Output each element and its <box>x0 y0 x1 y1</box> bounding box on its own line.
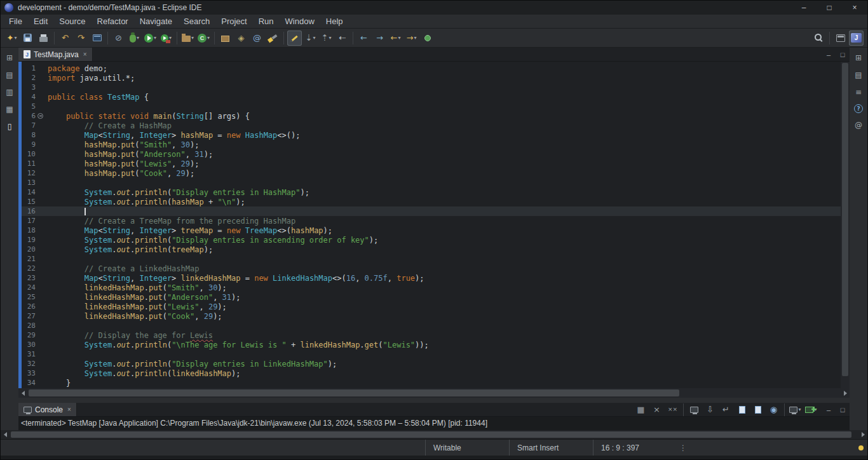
code-line-18[interactable]: 18 Map<String, Integer> treeMap = new Tr… <box>22 226 850 235</box>
javadoc-button[interactable]: @ <box>250 30 264 46</box>
code-line-11[interactable]: 11 hashMap.put("Lewis", 29); <box>22 159 850 168</box>
scroll-left-icon[interactable] <box>1 430 10 439</box>
task-list-view-button[interactable]: ▤ <box>853 70 864 80</box>
remove-launch-button[interactable]: × <box>649 402 664 417</box>
menu-edit[interactable]: Edit <box>28 15 53 27</box>
titlebar[interactable]: development - demo/demo/TestMap.java - E… <box>1 1 867 15</box>
code-line-25[interactable]: 25 linkedHashMap.put("Anderson", 31); <box>22 292 850 302</box>
clear-console-button[interactable] <box>687 402 702 417</box>
outline-view-button[interactable]: ≡ <box>853 87 864 97</box>
open-perspective-button[interactable] <box>833 30 848 46</box>
code-line-14[interactable]: 14 System.out.println("Display entries i… <box>22 187 850 197</box>
bottom-scroll-thumb[interactable] <box>11 431 851 438</box>
new-java-project-button[interactable]: ▾ <box>180 30 195 46</box>
menu-help[interactable]: Help <box>320 15 349 27</box>
status-overflow-handle[interactable]: ⋮ <box>677 443 689 452</box>
back-button[interactable]: ←▾ <box>388 30 403 46</box>
code-line-1[interactable]: 1package demo; <box>22 64 850 73</box>
forward-button[interactable]: →▾ <box>404 30 419 46</box>
code-line-10[interactable]: 10 hashMap.put("Anderson", 31); <box>22 149 850 159</box>
previous-edit-location-button[interactable]: ← <box>356 30 371 46</box>
code-line-15[interactable]: 15 System.out.println(hashMap + "\n"); <box>22 197 850 206</box>
fold-collapse-icon[interactable] <box>37 113 43 119</box>
code-line-34[interactable]: 34 } <box>22 378 850 388</box>
next-edit-location-button[interactable]: → <box>372 30 387 46</box>
scroll-left-icon[interactable] <box>18 388 27 398</box>
save-button[interactable] <box>20 30 35 46</box>
print-button[interactable] <box>36 30 51 46</box>
code-line-29[interactable]: 29 // Display the age for Lewis <box>22 330 850 340</box>
undo-button[interactable]: ↶ <box>58 30 72 46</box>
code-line-23[interactable]: 23 Map<String, Integer> linkedHashMap = … <box>22 273 850 283</box>
menu-file[interactable]: File <box>3 15 28 27</box>
run-button[interactable]: ▾ <box>143 30 158 46</box>
remove-all-launches-button[interactable]: ×× <box>665 402 680 417</box>
code-line-5[interactable]: 5 <box>22 102 850 111</box>
pin-console-button[interactable]: ◉ <box>766 402 781 417</box>
console-output[interactable]: <terminated> TestMap [Java Application] … <box>18 417 850 430</box>
navigator-view-button[interactable]: ▦ <box>4 104 15 114</box>
code-line-3[interactable]: 3 <box>22 83 850 92</box>
open-console-button[interactable]: ▾ <box>804 402 818 417</box>
code-line-2[interactable]: 2import java.util.*; <box>22 73 850 83</box>
display-console-button[interactable]: ▾ <box>788 402 803 417</box>
code-line-20[interactable]: 20 System.out.println(treeMap); <box>22 245 850 254</box>
restore-views-button[interactable]: ⊞ <box>4 53 15 63</box>
code-line-22[interactable]: 22 // Create a LinkedHashMap <box>22 264 850 273</box>
editor-horizontal-scrollbar[interactable] <box>18 388 850 398</box>
code-line-17[interactable]: 17 // Create a TreeMap from the precedin… <box>22 216 850 226</box>
previous-annotation-button[interactable]: ⇡▾ <box>319 30 334 46</box>
help-view-button[interactable]: ? <box>854 104 863 113</box>
code-line-4[interactable]: 4public class TestMap { <box>22 92 850 102</box>
bottom-scroll-track[interactable] <box>10 430 858 439</box>
menu-search[interactable]: Search <box>178 15 215 27</box>
package-explorer-view-button[interactable]: ▤ <box>4 70 15 80</box>
menu-navigate[interactable]: Navigate <box>134 15 178 27</box>
menu-window[interactable]: Window <box>280 15 320 27</box>
minimize-editor-button[interactable]: – <box>822 48 836 61</box>
scroll-right-icon[interactable] <box>858 430 867 439</box>
code-line-26[interactable]: 26 linkedHashMap.put("Lewis", 29); <box>22 302 850 311</box>
horizontal-scroll-track[interactable] <box>27 388 841 398</box>
maximize-window-button[interactable]: □ <box>817 1 842 15</box>
new-package-button[interactable] <box>218 30 233 46</box>
java-perspective-button[interactable]: J <box>849 30 864 46</box>
show-stdout-button[interactable] <box>735 402 749 417</box>
code-line-9[interactable]: 9 hashMap.put("Smith", 30); <box>22 140 850 149</box>
tab-testmap-java[interactable]: J TestMap.java × <box>18 48 93 61</box>
maximize-console-button[interactable]: □ <box>836 403 850 416</box>
minimize-window-button[interactable]: – <box>791 1 817 15</box>
vertical-scroll-thumb[interactable] <box>842 63 848 376</box>
scroll-right-icon[interactable] <box>841 388 850 398</box>
show-stderr-button[interactable] <box>750 402 765 417</box>
code-line-28[interactable]: 28 <box>22 321 850 330</box>
project-explorer-view-button[interactable]: ▥ <box>4 87 15 97</box>
word-wrap-button[interactable]: ↵ <box>719 402 733 417</box>
open-terminal-button[interactable] <box>90 30 104 46</box>
code-line-33[interactable]: 33 System.out.println(linkedHashMap); <box>22 369 850 378</box>
new-wizard-button[interactable]: ✦▾ <box>4 30 19 46</box>
code-line-19[interactable]: 19 System.out.println("Display entries i… <box>22 235 850 245</box>
open-editor-icon[interactable]: ▯ <box>4 121 15 132</box>
code-editor[interactable]: 1package demo;2import java.util.*;34publ… <box>18 62 850 388</box>
close-window-button[interactable]: × <box>842 1 867 15</box>
search-button[interactable] <box>266 30 280 46</box>
menu-run[interactable]: Run <box>253 15 280 27</box>
next-annotation-button[interactable]: ⇣▾ <box>303 30 318 46</box>
external-tools-button[interactable]: ▾ <box>159 30 173 46</box>
menu-refactor[interactable]: Refactor <box>92 15 134 27</box>
code-line-13[interactable]: 13 <box>22 178 850 187</box>
bottom-horizontal-scrollbar[interactable] <box>1 430 867 439</box>
pin-editor-button[interactable] <box>420 30 435 46</box>
tab-console[interactable]: Console × <box>18 403 77 416</box>
restore-views-button[interactable]: ⊞ <box>853 53 864 63</box>
code-line-32[interactable]: 32 System.out.println("Display entries i… <box>22 359 850 369</box>
code-line-6[interactable]: 6 public static void main(String[] args)… <box>22 111 850 121</box>
code-line-7[interactable]: 7 // Create a HashMap <box>22 121 850 130</box>
menu-source[interactable]: Source <box>53 15 91 27</box>
new-class-button[interactable]: C▾ <box>196 30 211 46</box>
mark-occurrences-button[interactable] <box>287 30 302 46</box>
code-line-16[interactable]: 16 <box>22 206 850 216</box>
terminate-button[interactable]: ■ <box>634 402 648 417</box>
tab-close-icon[interactable]: × <box>83 51 87 58</box>
